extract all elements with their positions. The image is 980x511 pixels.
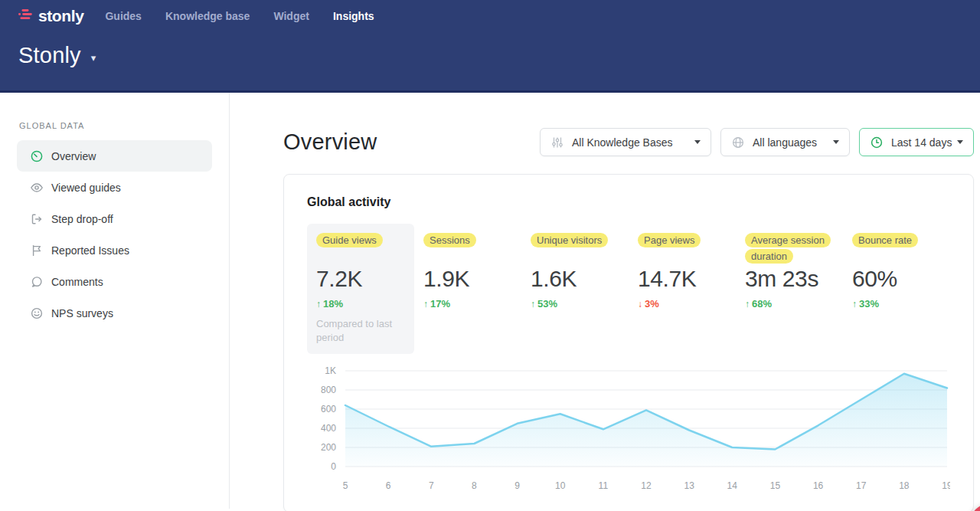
svg-text:18: 18 [899, 480, 910, 491]
stonly-logo[interactable]: stonly [18, 7, 83, 25]
svg-text:11: 11 [599, 480, 609, 491]
sidebar-item-label: Viewed guides [51, 182, 121, 194]
metric-label: Bounce rate [852, 233, 918, 247]
clock-icon [870, 136, 884, 149]
svg-text:14: 14 [727, 480, 738, 491]
step-dropoff-icon [30, 212, 44, 226]
svg-text:5: 5 [343, 480, 348, 491]
sidebar-menu: OverviewViewed guidesStep drop-offReport… [17, 140, 212, 329]
nav-item-knowledge-base[interactable]: Knowledge base [165, 10, 250, 22]
filters-bar: All Knowledge BasesAll languagesLast 14 … [540, 128, 974, 156]
app-header: stonly GuidesKnowledge baseWidgetInsight… [0, 0, 980, 93]
trend-up-icon: ↑ [423, 299, 428, 310]
comment-icon [30, 275, 44, 289]
chevron-down-icon [833, 140, 839, 144]
stonly-logo-icon [18, 9, 33, 23]
workspace-title: Stonly [18, 43, 81, 68]
svg-text:6: 6 [386, 480, 391, 491]
metric-label: Sessions [423, 233, 476, 247]
metric-label: Average session duration [745, 233, 831, 264]
metric-delta: ↓3% [638, 298, 727, 310]
chart-container: 02004006008001K5678910111213141516171819 [307, 360, 950, 496]
chevron-down-icon [694, 140, 701, 144]
filter-dropdown-all-languages[interactable]: All languages [720, 128, 850, 156]
sidebar-item-nps-surveys[interactable]: NPS surveys [17, 297, 212, 329]
filter-selected-value: All Knowledge Bases [572, 136, 673, 149]
metric-delta: ↑18% [316, 298, 405, 310]
svg-text:15: 15 [770, 480, 781, 491]
svg-text:8: 8 [472, 480, 477, 491]
flag-icon [30, 244, 44, 257]
gauge-icon [30, 149, 44, 163]
sidebar-item-label: NPS surveys [51, 307, 113, 319]
sidebar-item-viewed-guides[interactable]: Viewed guides [17, 172, 212, 203]
svg-text:10: 10 [555, 480, 566, 491]
metric-delta: ↑68% [745, 298, 834, 310]
sidebar-item-comments[interactable]: Comments [17, 266, 212, 297]
metric-value: 1.6K [531, 267, 619, 291]
svg-text:19: 19 [942, 480, 950, 491]
metrics-row: Guide views7.2K↑18%Compared to last peri… [307, 224, 950, 354]
nav-item-widget[interactable]: Widget [273, 10, 309, 22]
metric-bounce-rate[interactable]: Bounce rate60%↑33% [843, 224, 950, 354]
sidebar-item-label: Step drop-off [51, 213, 113, 225]
sidebar-item-step-drop-off[interactable]: Step drop-off [17, 203, 212, 234]
smiley-icon [30, 306, 44, 320]
chevron-down-icon: ▾ [91, 47, 96, 64]
metric-note: Compared to last period [316, 317, 402, 345]
trend-up-icon: ↑ [316, 299, 321, 310]
globe-icon [731, 136, 745, 149]
sidebar-item-label: Overview [51, 150, 96, 162]
svg-text:400: 400 [321, 423, 336, 434]
card-title: Global activity [307, 195, 950, 209]
metric-sessions[interactable]: Sessions1.9K↑17% [414, 224, 521, 354]
metric-page-views[interactable]: Page views14.7K↓3% [629, 224, 736, 354]
metric-value: 7.2K [316, 267, 405, 291]
nav-item-guides[interactable]: Guides [105, 10, 141, 22]
primary-nav: GuidesKnowledge baseWidgetInsights [105, 10, 374, 22]
trend-up-icon: ↑ [745, 299, 750, 310]
svg-text:9: 9 [514, 480, 520, 491]
nav-item-insights[interactable]: Insights [333, 10, 374, 22]
svg-text:13: 13 [684, 480, 694, 491]
sidebar: GLOBAL DATA OverviewViewed guidesStep dr… [0, 93, 230, 509]
main-content: Overview All Knowledge BasesAll language… [230, 93, 980, 509]
metric-label: Page views [638, 233, 701, 247]
sidebar-section-label: GLOBAL DATA [19, 121, 212, 130]
svg-text:200: 200 [321, 442, 336, 453]
metric-value: 14.7K [638, 267, 727, 291]
metric-label: Guide views [316, 233, 383, 247]
svg-text:800: 800 [321, 385, 336, 395]
metric-delta: ↑17% [423, 298, 512, 310]
sidebar-item-overview[interactable]: Overview [17, 140, 212, 172]
metric-average-session-duration[interactable]: Average session duration3m 23s↑68% [736, 224, 843, 354]
metric-unique-visitors[interactable]: Unique visitors1.6K↑53% [521, 224, 629, 354]
metric-delta: ↑53% [531, 298, 619, 310]
chevron-down-icon [957, 140, 963, 144]
sidebar-item-label: Comments [51, 276, 103, 288]
filter-selected-value: Last 14 days [891, 136, 952, 149]
sidebar-item-label: Reported Issues [51, 244, 129, 257]
global-activity-chart: 02004006008001K5678910111213141516171819 [307, 360, 950, 496]
svg-text:16: 16 [813, 480, 824, 491]
svg-text:600: 600 [321, 404, 336, 414]
trend-up-icon: ↑ [531, 299, 535, 310]
svg-text:17: 17 [856, 480, 867, 491]
top-navigation-bar: stonly GuidesKnowledge baseWidgetInsight… [18, 0, 962, 25]
trend-up-icon: ↑ [852, 299, 857, 310]
workspace-switcher[interactable]: Stonly ▾ [18, 43, 96, 68]
metric-value: 60% [852, 267, 941, 291]
filter-selected-value: All languages [753, 136, 817, 149]
metric-value: 1.9K [423, 267, 512, 291]
metric-value: 3m 23s [745, 267, 834, 291]
metric-guide-views[interactable]: Guide views7.2K↑18%Compared to last peri… [307, 224, 414, 354]
svg-text:1K: 1K [325, 365, 336, 376]
filter-dropdown-all-knowledge-bases[interactable]: All Knowledge Bases [540, 128, 711, 156]
eye-icon [30, 181, 44, 195]
sidebar-item-reported-issues[interactable]: Reported Issues [17, 234, 212, 266]
logo-wordmark: stonly [38, 7, 83, 25]
filter-dropdown-last-14-days[interactable]: Last 14 days [859, 128, 974, 156]
global-activity-card: Global activity Guide views7.2K↑18%Compa… [283, 174, 974, 511]
metric-label: Unique visitors [531, 233, 608, 247]
trend-down-icon: ↓ [638, 299, 642, 310]
